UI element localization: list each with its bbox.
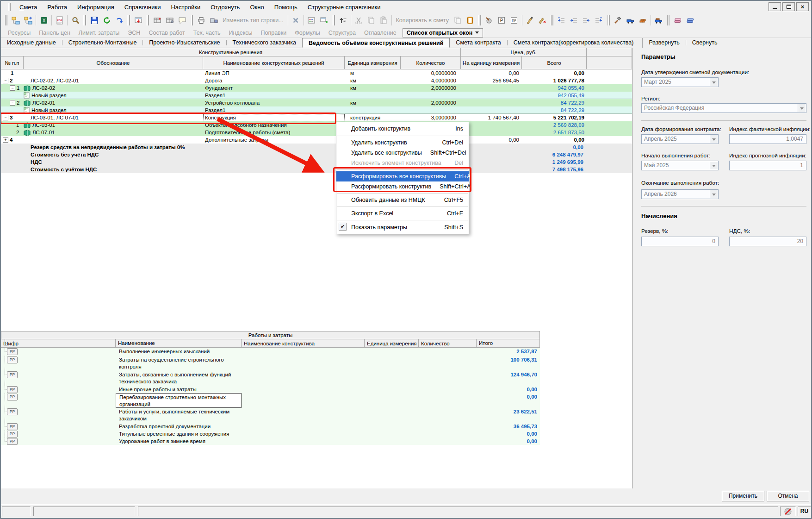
actual-inflation-field[interactable]: 1,0047 bbox=[729, 134, 806, 144]
menu-item-update-nmck[interactable]: Обновить данные из НМЦКCtrl+F5 bbox=[336, 195, 469, 205]
search-button[interactable] bbox=[69, 14, 81, 26]
menu-item-delete-constructive[interactable]: Удалить конструктивCtrl+Del bbox=[336, 138, 469, 148]
table-row[interactable]: +4 Дополнительные затраты 0,00 0,00 bbox=[1, 136, 632, 144]
expand-all-button[interactable]: Развернуть bbox=[643, 38, 685, 48]
menu-item-delete-all-constructives[interactable]: Удалить все конструктивыShift+Ctrl+Del bbox=[336, 148, 469, 158]
menu-otdohnut[interactable]: Отдохнуть bbox=[205, 2, 245, 12]
section-row[interactable]: Новый раздел Раздел1 942 055,49 bbox=[1, 92, 632, 99]
col-edinica[interactable]: Единица измерения bbox=[365, 339, 419, 348]
panel-sostav-rabot[interactable]: Состав работ bbox=[144, 29, 189, 37]
cost-row[interactable]: РР Разработка проектной документации 36 … bbox=[1, 423, 540, 430]
norms-pink-button[interactable] bbox=[671, 14, 684, 26]
clipboard-orange-button[interactable] bbox=[464, 14, 477, 26]
cost-row[interactable]: РР Затраты на осуществление строительног… bbox=[1, 356, 540, 371]
menu-spravochniki[interactable]: Справочники bbox=[119, 2, 166, 12]
contract-date-select[interactable]: Апрель 2025 bbox=[641, 134, 719, 144]
data-table-button[interactable] bbox=[151, 14, 163, 26]
paste-button[interactable] bbox=[378, 14, 390, 26]
brush-button[interactable] bbox=[524, 14, 536, 26]
undo-button[interactable] bbox=[113, 14, 125, 26]
menu-rabota[interactable]: Работа bbox=[42, 2, 72, 12]
indent-decrease-button[interactable] bbox=[580, 14, 593, 26]
tree-structure-button[interactable] bbox=[9, 14, 22, 26]
vat-field[interactable]: 20 bbox=[729, 237, 806, 246]
norms-blue-button[interactable] bbox=[684, 14, 696, 26]
approval-date-select[interactable]: Март 2025 bbox=[641, 77, 719, 87]
tab-proektno-izyskatelskie[interactable]: Проектно-Изыскательские bbox=[143, 38, 226, 48]
menu-nastroyki[interactable]: Настройки bbox=[166, 2, 205, 12]
section-row[interactable]: Новый раздел Раздел1 84 722,29 bbox=[1, 106, 632, 114]
expand-toggle[interactable]: + bbox=[3, 137, 8, 143]
region-select[interactable]: Российская Федерация bbox=[641, 103, 806, 113]
cut-button[interactable] bbox=[353, 14, 365, 26]
menu-informacia[interactable]: Информация bbox=[72, 2, 119, 12]
focused-cell[interactable]: Конструкция bbox=[203, 114, 345, 121]
cost-name-edit-field[interactable]: Перебазирование строительно-монтажных ор… bbox=[116, 393, 242, 408]
close-button[interactable]: × bbox=[796, 2, 809, 11]
menu-pomosch[interactable]: Помощь bbox=[269, 2, 303, 12]
panel-panel-cen[interactable]: Панель цен bbox=[35, 29, 74, 37]
table-row[interactable]: 2 ЛС 07-01 Подготовительные работы (смет… bbox=[1, 129, 632, 136]
col-shifr[interactable]: Шифр bbox=[1, 339, 116, 348]
col-num[interactable]: № п.п bbox=[1, 56, 24, 69]
cost-row[interactable]: РР Титульные временные здания и сооружен… bbox=[1, 430, 540, 438]
menu-item-show-params[interactable]: ✔Показать параметрыShift+S bbox=[336, 222, 469, 233]
menu-struct-spravochniki[interactable]: Структурные справочники bbox=[303, 2, 386, 12]
badge-p-button[interactable]: Р bbox=[496, 14, 508, 26]
table-row[interactable]: 1 ЛС-03-01 Объекты подсобного назначения… bbox=[1, 121, 632, 129]
collapse-toggle[interactable]: − bbox=[3, 78, 8, 83]
panel-resursy[interactable]: Ресурсы bbox=[4, 29, 35, 37]
tab-smeta-kontrakta-korr[interactable]: Смета контракта(корректировка количества… bbox=[508, 38, 640, 48]
save-button[interactable] bbox=[88, 14, 100, 26]
reserve-field[interactable]: 0 bbox=[641, 237, 719, 246]
open-windows-dropdown[interactable]: Список открытых окон bbox=[403, 28, 483, 38]
menu-item-add-constructive[interactable]: Добавить конструктивIns bbox=[336, 123, 469, 134]
menu-okno[interactable]: Окно bbox=[245, 2, 269, 12]
tab-vedomost-obemov[interactable]: Ведомость объёмов конструктивных решений bbox=[302, 38, 450, 48]
col-total[interactable]: Всего bbox=[522, 56, 587, 69]
collapse-toggle[interactable]: − bbox=[3, 115, 8, 120]
resources-button[interactable] bbox=[612, 14, 624, 26]
col-itogo[interactable]: Итого bbox=[477, 339, 540, 348]
table-row[interactable]: −2 ЛС-02-01 Устройство котлована км 2,00… bbox=[1, 99, 632, 106]
cost-row[interactable]: РР Выполнение инженерных изысканий 2 537… bbox=[1, 348, 540, 356]
copy-pages-button[interactable] bbox=[452, 14, 464, 26]
col-unit-price[interactable]: На единицу измерения bbox=[461, 56, 522, 69]
panel-indeksy[interactable]: Индексы bbox=[225, 29, 257, 37]
cost-row[interactable]: РР Затраты, связанные с выполнением функ… bbox=[1, 371, 540, 386]
panel-oglavlenie[interactable]: Оглавление bbox=[360, 29, 401, 37]
indent-decrease-all-button[interactable] bbox=[593, 14, 605, 26]
machines-button[interactable] bbox=[624, 14, 637, 26]
col-naimenovanie[interactable]: Наименование bbox=[116, 339, 242, 348]
panel-teh-chast[interactable]: Тех. часть bbox=[189, 29, 225, 37]
panel-esn[interactable]: ЭСН bbox=[124, 29, 144, 37]
tree-add-button[interactable] bbox=[22, 14, 34, 26]
print-button[interactable] bbox=[195, 14, 207, 26]
collapse-toggle[interactable]: − bbox=[10, 85, 15, 91]
maximize-button[interactable] bbox=[782, 2, 795, 11]
cost-row[interactable]: РР Удорожание работ в зимнее время 0,00 bbox=[1, 438, 540, 445]
col-konstruktiv[interactable]: Наименование конструктива bbox=[242, 339, 365, 348]
brush-delete-button[interactable] bbox=[536, 14, 549, 26]
collapse-toggle[interactable]: − bbox=[10, 100, 15, 106]
pdf-export-button[interactable]: PDF bbox=[53, 14, 66, 26]
col-unit[interactable]: Единица измерения bbox=[345, 56, 401, 69]
collapse-all-button[interactable]: Свернуть bbox=[686, 38, 724, 48]
indent-increase-all-button[interactable] bbox=[568, 14, 580, 26]
panel-struktura[interactable]: Структура bbox=[324, 29, 360, 37]
comment-button[interactable] bbox=[176, 14, 188, 26]
menu-item-disband-all-constructives[interactable]: Расформировать все конструктивыCtrl+A bbox=[336, 171, 469, 181]
table-row[interactable]: −1 ЛС-02-02 Фундамент км 2,0000000 942 0… bbox=[1, 84, 632, 92]
add-window-button[interactable] bbox=[318, 14, 330, 26]
menu-smeta[interactable]: Смета bbox=[14, 2, 42, 12]
menu-item-export-excel[interactable]: Экспорт в ExcelCtrl+E bbox=[336, 208, 469, 219]
transport-scheme-button[interactable] bbox=[207, 14, 220, 26]
refresh-button[interactable] bbox=[100, 14, 113, 26]
menu-item-exclude-element[interactable]: Исключить элемент конструктиваDel bbox=[336, 158, 469, 168]
sort-button[interactable] bbox=[337, 14, 349, 26]
col-name[interactable]: Наименование конструктивных решений bbox=[203, 56, 345, 69]
table-row[interactable]: −2 ЛС-02-02, ЛС-02-01 Дорога км 4,000000… bbox=[1, 77, 632, 84]
tab-ishodnye-dannye[interactable]: Исходные данные bbox=[1, 38, 62, 48]
export-window-button[interactable] bbox=[132, 14, 144, 26]
panel-formuly[interactable]: Формулы bbox=[291, 29, 324, 37]
